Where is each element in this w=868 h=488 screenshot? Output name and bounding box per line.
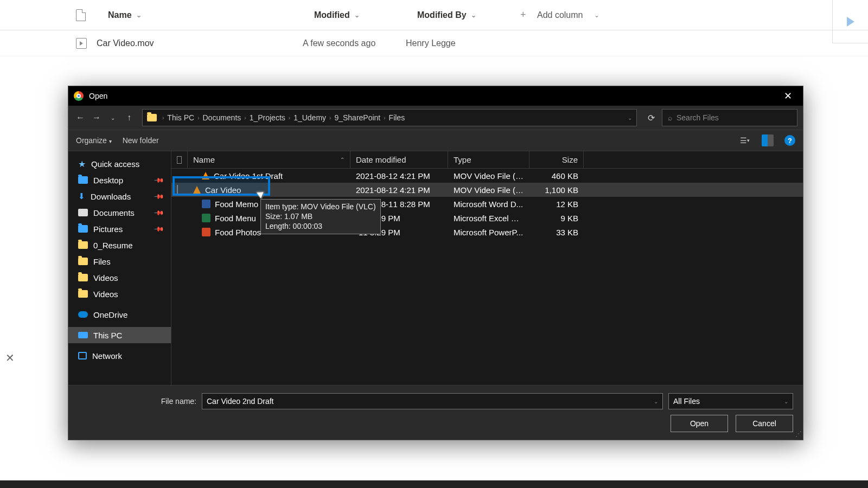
column-modified[interactable]: Modified⌄ [314,10,417,20]
sharepoint-row[interactable]: Car Video.mov A few seconds ago Henry Le… [0,30,868,56]
word-icon [202,200,210,208]
file-list-pane: Name⌃ Date modified Type Size Car Video … [171,151,803,385]
forward-button[interactable]: → [90,111,103,124]
folder-icon [147,114,157,121]
filename-label: File name: [161,397,196,406]
new-folder-button[interactable]: New folder [123,136,159,145]
chevron-down-icon: ⌄ [594,11,599,19]
column-name[interactable]: Name⌄ [108,10,314,20]
desktop-icon [78,176,88,184]
sidebar-network[interactable]: Network [68,348,171,364]
excel-icon [202,214,210,222]
dialog-footer: File name: Car Video 2nd Draft⌄ All File… [68,385,803,440]
sidebar-item-documents[interactable]: Documents📌 [68,204,171,221]
vlc-icon [202,172,209,179]
video-file-icon [76,38,87,49]
star-icon: ★ [78,159,86,169]
resize-grip[interactable]: ⋰ [795,430,801,438]
file-list-header: Name⌃ Date modified Type Size [171,151,803,169]
play-preview-card[interactable] [832,0,868,43]
sidebar-this-pc[interactable]: This PC [68,327,171,343]
breadcrumb-item[interactable]: 1_Projects [250,113,285,122]
pin-icon: 📌 [154,223,165,235]
chevron-down-icon: ⌄ [784,399,788,404]
cloud-icon [78,311,88,318]
column-header-name[interactable]: Name⌃ [188,151,350,168]
powerpoint-icon [202,228,210,236]
vlc-icon [193,186,201,194]
modified-value: A few seconds ago [303,38,375,48]
help-button[interactable]: ? [784,135,795,146]
file-open-dialog: Open ✕ ← → ⌄ ↑ › This PC› Documents› 1_P… [68,86,803,440]
sidebar-onedrive[interactable]: OneDrive [68,306,171,323]
filename-input[interactable]: Car Video 2nd Draft⌄ [202,393,663,409]
view-mode-button[interactable]: ☰ ▾ [739,134,751,146]
download-icon: ⬇ [78,191,85,201]
breadcrumb-item[interactable]: Documents [202,113,241,122]
navigation-bar: ← → ⌄ ↑ › This PC› Documents› 1_Projects… [68,106,803,130]
dialog-titlebar: Open ✕ [68,86,803,106]
up-button[interactable]: ↑ [123,111,136,124]
sidebar-item-pictures[interactable]: Pictures📌 [68,221,171,237]
folder-icon [78,274,88,281]
taskbar[interactable] [0,480,868,488]
search-input[interactable]: ⌕ Search Files [662,109,797,126]
open-button[interactable]: Open [671,415,728,432]
chevron-down-icon: ⌄ [471,11,476,19]
sidebar-item-folder[interactable]: Videos [68,286,171,302]
sort-up-icon: ⌃ [340,157,344,163]
row-checkbox[interactable] [177,185,178,195]
sidebar-item-downloads[interactable]: ⬇Downloads📌 [68,188,171,204]
cancel-button[interactable]: Cancel [736,415,793,432]
file-tooltip: Item type: MOV Video File (VLC) Size: 1.… [260,199,381,234]
pin-icon: 📌 [154,207,165,219]
column-header-date[interactable]: Date modified [350,151,448,168]
doc-type-icon [76,9,86,21]
documents-icon [78,209,88,216]
file-filter-select[interactable]: All Files⌄ [668,393,793,409]
network-icon [78,352,87,359]
sidebar-item-folder[interactable]: Videos [68,269,171,286]
breadcrumb-item[interactable]: 1_Udemy [293,113,326,122]
chrome-icon [74,91,84,101]
column-header-type[interactable]: Type [448,151,529,168]
preview-pane-button[interactable] [762,134,774,146]
sidebar-quick-access[interactable]: ★Quick access [68,156,171,172]
navigation-sidebar: ★Quick access Desktop📌 ⬇Downloads📌 Docum… [68,151,171,385]
search-icon: ⌕ [668,113,672,122]
close-panel-icon[interactable]: ✕ [5,351,15,364]
history-dropdown[interactable]: ⌄ [106,111,119,124]
sidebar-item-folder[interactable]: 0_Resume [68,237,171,253]
file-row[interactable]: Car Video 1st Draft 2021-08-12 4:21 PM M… [171,169,803,183]
sharepoint-header: Name⌄ Modified⌄ Modified By⌄ + Add colum… [0,0,868,30]
pc-icon [78,332,88,338]
sidebar-item-folder[interactable]: Files [68,253,171,269]
refresh-button[interactable]: ⟳ [643,110,659,125]
select-all-checkbox[interactable] [171,151,188,168]
add-column-button[interactable]: + Add column ⌄ [520,9,599,21]
back-button[interactable]: ← [74,111,87,124]
breadcrumb-item[interactable]: Files [389,113,405,122]
chevron-down-icon: ⌄ [354,11,360,19]
play-icon [847,17,854,27]
organize-menu[interactable]: Organize ▾ [76,136,112,145]
column-modifiedby[interactable]: Modified By⌄ [417,10,520,20]
chevron-down-icon[interactable]: ⌄ [628,115,632,121]
pictures-icon [78,225,88,233]
column-header-size[interactable]: Size [529,151,584,168]
chevron-down-icon[interactable]: ⌄ [654,399,658,404]
folder-icon [78,241,88,249]
pin-icon: 📌 [154,191,165,202]
modifiedby-value: Henry Legge [406,38,456,48]
chevron-down-icon: ⌄ [136,11,142,19]
folder-icon [78,258,88,265]
breadcrumb-bar[interactable]: › This PC› Documents› 1_Projects› 1_Udem… [142,109,637,126]
sidebar-item-desktop[interactable]: Desktop📌 [68,172,171,188]
sharepoint-list: Name⌄ Modified⌄ Modified By⌄ + Add colum… [0,0,868,56]
close-button[interactable]: ✕ [778,88,797,104]
breadcrumb-item[interactable]: 9_SharePoint [334,113,380,122]
breadcrumb-item[interactable]: This PC [167,113,194,122]
toolbar: Organize ▾ New folder ☰ ▾ ? [68,130,803,151]
file-name[interactable]: Car Video.mov [97,38,154,48]
pin-icon: 📌 [154,175,165,186]
